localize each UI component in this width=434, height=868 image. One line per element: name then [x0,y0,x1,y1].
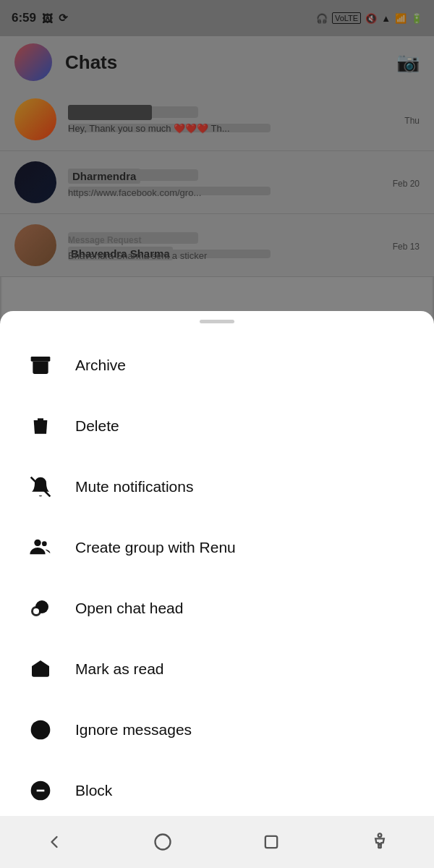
svg-point-17 [378,833,382,837]
back-button[interactable] [33,820,76,864]
mute-label: Mute notifications [75,478,193,495]
block-icon [26,776,55,805]
accessibility-button[interactable] [358,820,401,864]
delete-icon [26,412,55,441]
svg-rect-16 [265,836,277,848]
menu-item-mark-as-read[interactable]: Mark as read [0,639,434,699]
menu-item-ignore-messages[interactable]: Ignore messages [0,699,434,760]
ignore-icon [26,715,55,744]
ignore-messages-label: Ignore messages [75,721,192,739]
svg-point-4 [34,540,41,546]
archive-label: Archive [75,357,126,374]
block-label: Block [75,782,112,799]
svg-rect-14 [37,790,45,792]
overlay-dimmer [0,0,434,347]
menu-item-create-group[interactable]: Create group with Renu [0,517,434,578]
mark-as-read-label: Mark as read [75,660,164,678]
menu-item-mute[interactable]: Mute notifications [0,456,434,517]
open-chat-head-label: Open chat head [75,600,183,617]
mute-notifications-icon [26,472,55,501]
delete-label: Delete [75,417,119,435]
sheet-drag-handle [200,320,234,323]
mark-read-icon [26,655,55,684]
svg-point-15 [156,835,171,850]
navigation-bar [0,816,434,868]
menu-item-block[interactable]: Block [0,760,434,821]
context-menu-sheet: Archive Delete Mute notifications [0,311,434,868]
archive-icon [26,351,55,380]
create-group-label: Create group with Renu [75,539,236,556]
menu-item-delete[interactable]: Delete [0,396,434,456]
menu-item-open-chat-head[interactable]: Open chat head [0,578,434,639]
svg-point-8 [33,608,39,614]
home-button[interactable] [141,820,184,864]
create-group-icon [26,533,55,562]
chat-head-icon [26,594,55,623]
menu-item-archive[interactable]: Archive [0,335,434,396]
svg-rect-0 [31,357,51,362]
svg-point-5 [42,541,47,546]
recents-button[interactable] [250,820,293,864]
